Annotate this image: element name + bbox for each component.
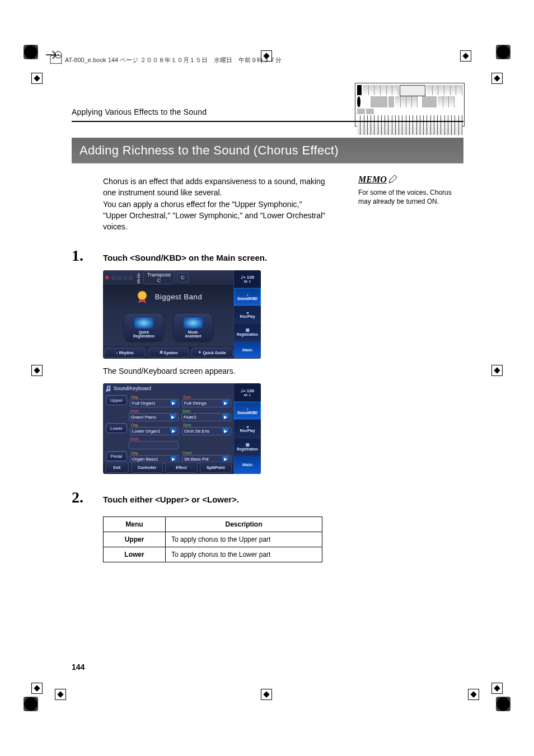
- table-cell-menu: Lower: [104, 547, 166, 562]
- music-assistant-button[interactable]: Music Assistant: [174, 314, 213, 341]
- chapter-heading: Applying Various Effects to the Sound: [72, 107, 463, 116]
- band-name: Biggest Band: [155, 293, 203, 301]
- medal-icon: [135, 289, 149, 304]
- table-header-menu: Menu: [104, 517, 166, 532]
- pedal-button[interactable]: Pedal: [106, 451, 127, 461]
- crop-corner-icon: [24, 45, 38, 59]
- menu-description-table: Menu Description Upper To apply chorus t…: [103, 516, 322, 562]
- rule: [72, 121, 463, 122]
- memo-text: For some of the voices, Chorus may alrea…: [358, 188, 453, 206]
- book-info-line: AT-800_e.book 144 ページ ２００８年１０月１５日 水曜日 午前…: [49, 55, 282, 65]
- upper-button[interactable]: Upper: [106, 395, 127, 405]
- after-step1-text: The Sound/Keyboard screen appears.: [103, 367, 463, 375]
- page: { "book_info": "AT-800_e.book 144 ページ ２０…: [0, 0, 534, 756]
- sound-kbd-button[interactable]: ♪ Sound/KBD: [234, 288, 261, 306]
- system-tab[interactable]: ⚙ System: [148, 348, 189, 358]
- page-number: 144: [72, 663, 85, 672]
- register-mark-icon: [460, 50, 471, 62]
- tempo-display: ♩= 130 M: 1: [234, 270, 261, 288]
- rhythm-tab[interactable]: ♪ Rhythm: [104, 348, 146, 358]
- effect-tab[interactable]: Effect: [165, 462, 197, 473]
- crop-corner-icon: [24, 697, 38, 711]
- quick-registration-button[interactable]: Quick Registration: [124, 314, 163, 341]
- main-button[interactable]: Main: [234, 456, 261, 474]
- note-icon: [105, 385, 112, 392]
- tempo-display: ♩= 130 M: 1: [234, 383, 261, 401]
- step-number: 1.: [72, 247, 103, 265]
- table-cell-menu: Upper: [104, 532, 166, 547]
- step-2: 2. Touch either <Upper> or <Lower>.: [72, 489, 463, 506]
- intro-p1: Chorus is an effect that adds expansiven…: [103, 177, 325, 197]
- book-info-text: AT-800_e.book 144 ページ ２００８年１０月１５日 水曜日 午前…: [65, 56, 282, 64]
- splitpoint-tab[interactable]: SplitPoint: [200, 462, 232, 473]
- register-mark-icon: [491, 73, 503, 84]
- memo-label: MEMO: [358, 173, 453, 186]
- section-banner: Adding Richness to the Sound (Chorus Eff…: [72, 138, 463, 163]
- register-mark-icon: [468, 689, 479, 700]
- sk-title-text: Sound/Keyboard: [114, 386, 151, 391]
- transpose-value: C: [157, 278, 161, 283]
- registration-button[interactable]: ▤ Registration: [234, 323, 261, 341]
- exit-button[interactable]: Exit: [105, 462, 129, 473]
- main-button[interactable]: Main: [234, 341, 261, 359]
- register-mark-icon: [491, 365, 503, 376]
- sound-kbd-button[interactable]: ♪ Sound/KBD: [234, 402, 261, 420]
- step-1: 1. Touch <Sound/KBD> on the Main screen.: [72, 247, 463, 265]
- registration-button[interactable]: ▤ Registration: [234, 438, 261, 456]
- transpose-label: Transpose: [147, 272, 171, 278]
- table-row: Upper To apply chorus to the Upper part: [104, 532, 322, 547]
- table-cell-description: To apply chorus to the Upper part: [166, 532, 322, 547]
- crop-corner-icon: [496, 697, 510, 711]
- intro-p2: You can apply a chorus effect for the "U…: [103, 200, 325, 232]
- key-box: C: [177, 273, 189, 283]
- table-header-description: Description: [166, 517, 322, 532]
- lower-button[interactable]: Lower: [106, 423, 127, 433]
- register-mark-icon: [31, 365, 43, 376]
- register-mark-icon: [491, 683, 503, 694]
- pencil-icon: [388, 175, 397, 184]
- quick-guide-tab[interactable]: ✦ Quick Guide: [191, 348, 233, 358]
- main-screen-screenshot: 44 TransposeC C Biggest Band Quick Regis…: [103, 270, 261, 359]
- record-indicator-icon: [105, 276, 109, 279]
- step-text: Touch <Sound/KBD> on the Main screen.: [103, 253, 267, 262]
- table-row: Lower To apply chorus to the Lower part: [104, 547, 322, 562]
- svg-point-2: [138, 291, 147, 300]
- register-mark-icon: [31, 73, 43, 84]
- intro-paragraph: Chorus is an effect that adds expansiven…: [103, 176, 327, 232]
- sound-keyboard-screenshot: Sound/Keyboard Upper Org.Full Organ1▶ Sy…: [103, 383, 261, 474]
- step-text: Touch either <Upper> or <Lower>.: [103, 495, 239, 504]
- register-mark-icon: [31, 683, 43, 694]
- register-mark-icon: [55, 689, 66, 700]
- rec-play-button[interactable]: ◄ Rec/Play: [234, 306, 261, 324]
- register-mark-icon: [261, 689, 272, 700]
- crop-corner-icon: [496, 45, 510, 59]
- memo-box: MEMO For some of the voices, Chorus may …: [358, 173, 453, 206]
- book-icon: [49, 55, 63, 65]
- rec-play-button[interactable]: ◄ Rec/Play: [234, 420, 261, 438]
- step-number: 2.: [72, 489, 103, 506]
- controller-tab[interactable]: Controller: [131, 462, 163, 473]
- table-cell-description: To apply chorus to the Lower part: [166, 547, 322, 562]
